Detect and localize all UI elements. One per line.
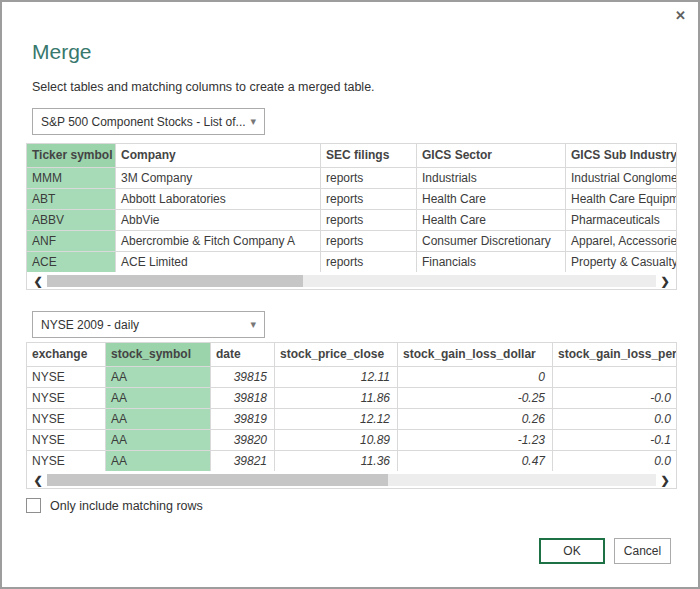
second-table-preview: exchangestock_symboldatestock_price_clos…	[26, 342, 677, 472]
table-row: ABTAbbott LaboratoriesreportsHealth Care…	[27, 189, 676, 210]
table-row: ABBVAbbViereportsHealth CarePharmaceutic…	[27, 210, 676, 231]
cell[interactable]: reports	[321, 168, 417, 188]
table-row: NYSEAA3982111.360.470.0	[27, 451, 676, 472]
cell[interactable]: 39818	[211, 388, 275, 408]
only-matching-rows-option[interactable]: Only include matching rows	[26, 498, 203, 513]
checkbox-icon[interactable]	[26, 498, 41, 513]
cell[interactable]: -1.23	[398, 430, 553, 450]
cell[interactable]: 12.12	[275, 409, 398, 429]
cell[interactable]: Industrials	[417, 168, 566, 188]
cell[interactable]: 0.26	[398, 409, 553, 429]
cell[interactable]: AA	[106, 409, 211, 429]
cell[interactable]: 39819	[211, 409, 275, 429]
ok-button[interactable]: OK	[539, 538, 605, 564]
cell[interactable]: Consumer Discretionary	[417, 231, 566, 251]
cell[interactable]: Health Care Equipme	[566, 189, 677, 209]
cell[interactable]: NYSE	[27, 388, 106, 408]
cell[interactable]: 3M Company	[116, 168, 321, 188]
cell[interactable]: ANF	[27, 231, 116, 251]
second-table-dropdown-value: NYSE 2009 - daily	[41, 318, 246, 332]
cell[interactable]: AbbVie	[116, 210, 321, 230]
scroll-left-icon[interactable]: ❮	[31, 273, 45, 289]
cell[interactable]: Apparel, Accessories	[566, 231, 677, 251]
cell[interactable]: Health Care	[417, 210, 566, 230]
chevron-down-icon: ▾	[250, 115, 256, 128]
cell[interactable]: AA	[106, 367, 211, 387]
dialog-subtitle: Select tables and matching columns to cr…	[32, 80, 375, 94]
cell[interactable]: 11.86	[275, 388, 398, 408]
cell[interactable]: 12.11	[275, 367, 398, 387]
checkbox-label: Only include matching rows	[50, 499, 203, 513]
cell[interactable]: 11.36	[275, 451, 398, 471]
scroll-left-icon[interactable]: ❮	[31, 472, 45, 488]
column-header[interactable]: exchange	[27, 343, 106, 366]
cell[interactable]: ABBV	[27, 210, 116, 230]
table-row: MMM3M CompanyreportsIndustrialsIndustria…	[27, 168, 676, 189]
scroll-right-icon[interactable]: ❯	[658, 472, 672, 488]
cell[interactable]: NYSE	[27, 409, 106, 429]
scroll-right-icon[interactable]: ❯	[658, 273, 672, 289]
scrollbar-track[interactable]	[47, 275, 656, 287]
first-table-dropdown[interactable]: S&P 500 Component Stocks - List of... ▾	[32, 108, 265, 135]
column-header[interactable]: stock_gain_loss_percen	[553, 343, 677, 366]
column-header[interactable]: GICS Sector	[417, 144, 566, 167]
scrollbar-thumb[interactable]	[47, 275, 303, 287]
scrollbar-track[interactable]	[47, 474, 656, 486]
second-table-dropdown[interactable]: NYSE 2009 - daily ▾	[32, 311, 265, 338]
cell[interactable]: reports	[321, 210, 417, 230]
column-header[interactable]: Ticker symbol	[27, 144, 116, 167]
close-icon[interactable]: ✕	[675, 8, 686, 24]
cell[interactable]: MMM	[27, 168, 116, 188]
column-header[interactable]: stock_symbol	[106, 343, 211, 366]
cell[interactable]: Financials	[417, 252, 566, 272]
cell[interactable]: reports	[321, 189, 417, 209]
cell[interactable]: -0.0	[553, 388, 677, 408]
first-table-dropdown-value: S&P 500 Component Stocks - List of...	[41, 115, 246, 129]
cell[interactable]: Health Care	[417, 189, 566, 209]
cancel-button[interactable]: Cancel	[614, 538, 671, 564]
cell[interactable]: ABT	[27, 189, 116, 209]
cell[interactable]: Property & Casualty	[566, 252, 677, 272]
cell[interactable]: 10.89	[275, 430, 398, 450]
cell[interactable]: AA	[106, 388, 211, 408]
merge-dialog: ✕ Merge Select tables and matching colum…	[0, 0, 700, 589]
cell[interactable]: Abercrombie & Fitch Company A	[116, 231, 321, 251]
cell[interactable]: 0.0	[553, 409, 677, 429]
cell[interactable]: 0.47	[398, 451, 553, 471]
column-header[interactable]: date	[211, 343, 275, 366]
cell[interactable]: reports	[321, 252, 417, 272]
table-row: NYSEAA3981811.86-0.25-0.0	[27, 388, 676, 409]
cell[interactable]: ACE Limited	[116, 252, 321, 272]
cell[interactable]: -0.1	[553, 430, 677, 450]
cell[interactable]: reports	[321, 231, 417, 251]
table-row: ACEACE LimitedreportsFinancialsProperty …	[27, 252, 676, 273]
column-header[interactable]: GICS Sub Industry	[566, 144, 677, 167]
cell[interactable]: NYSE	[27, 430, 106, 450]
cell[interactable]: 0	[398, 367, 553, 387]
cell[interactable]: NYSE	[27, 367, 106, 387]
first-table-scrollbar: ❮ ❯	[26, 272, 677, 290]
cell[interactable]: -0.25	[398, 388, 553, 408]
cell[interactable]: ACE	[27, 252, 116, 272]
cell[interactable]: 39815	[211, 367, 275, 387]
table-row: NYSEAA3981912.120.260.0	[27, 409, 676, 430]
cell[interactable]: 0.0	[553, 451, 677, 471]
cell[interactable]: Pharmaceuticals	[566, 210, 677, 230]
cell[interactable]: Abbott Laboratories	[116, 189, 321, 209]
cell[interactable]: AA	[106, 430, 211, 450]
scrollbar-thumb[interactable]	[47, 474, 388, 486]
column-header[interactable]: SEC filings	[321, 144, 417, 167]
column-header[interactable]: stock_price_close	[275, 343, 398, 366]
cell[interactable]: 39821	[211, 451, 275, 471]
cell[interactable]: Industrial Conglomer	[566, 168, 677, 188]
chevron-down-icon: ▾	[250, 318, 256, 331]
first-table-preview: Ticker symbolCompanySEC filingsGICS Sect…	[26, 143, 677, 273]
cell[interactable]	[553, 367, 677, 387]
cell[interactable]: NYSE	[27, 451, 106, 471]
second-table-scrollbar: ❮ ❯	[26, 471, 677, 489]
cell[interactable]: 39820	[211, 430, 275, 450]
cell[interactable]: AA	[106, 451, 211, 471]
column-header[interactable]: stock_gain_loss_dollar	[398, 343, 553, 366]
page-title: Merge	[32, 40, 92, 64]
column-header[interactable]: Company	[116, 144, 321, 167]
